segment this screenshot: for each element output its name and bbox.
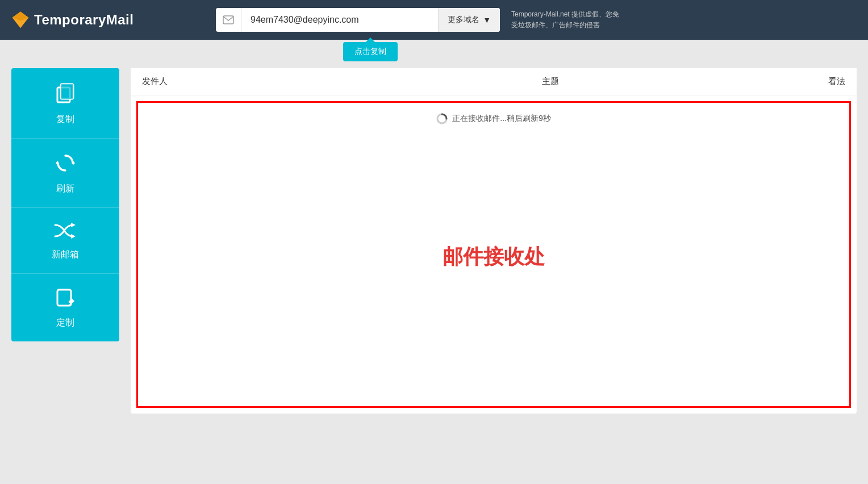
sidebar-new-inbox-label: 新邮箱: [52, 249, 79, 261]
logo-icon: [11, 11, 30, 29]
loading-row: 正在接收邮件...稍后刷新9秒: [138, 103, 849, 135]
svg-rect-10: [57, 290, 71, 306]
sidebar-refresh-label: 刷新: [56, 183, 74, 195]
sidebar-item-copy[interactable]: 复制: [11, 68, 119, 139]
copy-icon: [53, 81, 78, 109]
chevron-down-icon: ▼: [483, 15, 491, 24]
sidebar-item-customize[interactable]: 定制: [11, 274, 119, 341]
copy-tooltip-button[interactable]: 点击复制: [343, 42, 398, 61]
svg-marker-6: [73, 161, 75, 165]
sidebar-customize-label: 定制: [56, 317, 74, 329]
svg-marker-7: [56, 161, 58, 165]
content-panel: 发件人 主题 看法 正在接收邮件...稍后刷新9秒 邮件接收处: [131, 68, 857, 414]
svg-marker-9: [71, 234, 76, 239]
sidebar-item-refresh[interactable]: 刷新: [11, 139, 119, 208]
loading-text: 正在接收邮件...稍后刷新9秒: [452, 114, 550, 124]
table-header: 发件人 主题 看法: [131, 68, 857, 95]
sidebar: 复制 刷新: [11, 68, 119, 341]
col-sender-label: 发件人: [142, 76, 301, 87]
svg-marker-8: [71, 223, 76, 227]
header-notice: Temporary-Mail.net 提供虚假、您免受垃圾邮件、广告邮件的侵害: [511, 9, 625, 31]
col-subject-label: 主题: [301, 76, 800, 87]
shuffle-icon: [53, 220, 78, 244]
loading-spinner: [436, 113, 448, 124]
domain-button[interactable]: 更多域名 ▼: [438, 8, 500, 32]
inbox-area: 正在接收邮件...稍后刷新9秒 邮件接收处: [136, 101, 851, 408]
sidebar-copy-label: 复制: [56, 114, 74, 126]
email-icon: [216, 8, 241, 32]
svg-rect-2: [223, 16, 233, 24]
refresh-icon: [53, 151, 77, 178]
col-view-label: 看法: [800, 76, 845, 87]
main-container: 复制 刷新: [0, 68, 868, 414]
header: TemporaryMail 94em7430@deepyinc.com 更多域名…: [0, 0, 868, 40]
email-address: 94em7430@deepyinc.com: [241, 15, 438, 25]
email-bar: 94em7430@deepyinc.com 更多域名 ▼: [216, 8, 500, 32]
logo-text: TemporaryMail: [34, 12, 133, 28]
svg-rect-5: [61, 84, 73, 99]
logo-area: TemporaryMail: [11, 11, 170, 29]
edit-icon: [54, 286, 77, 312]
inbox-placeholder: 邮件接收处: [443, 243, 545, 271]
sidebar-item-new-inbox[interactable]: 新邮箱: [11, 208, 119, 274]
